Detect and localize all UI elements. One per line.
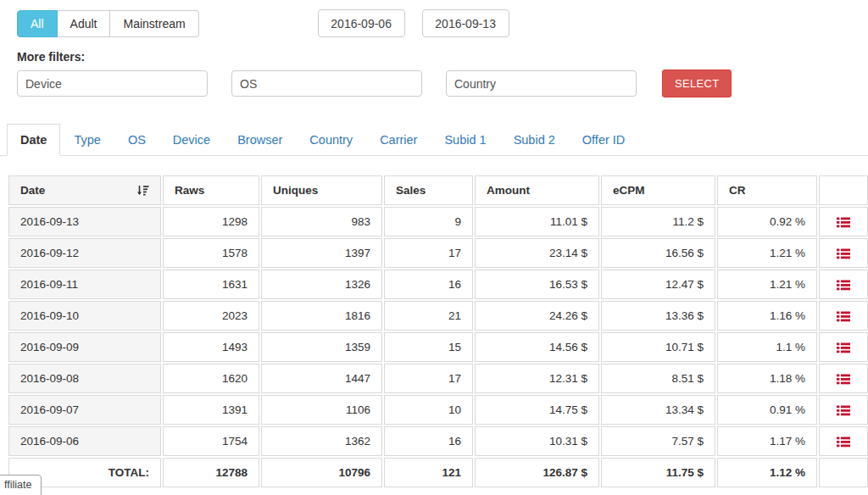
row-details-button[interactable]	[819, 395, 868, 425]
row-value-cell: 1620	[163, 364, 259, 393]
total-value-cell: 121	[384, 458, 473, 487]
row-date-cell: 2016-09-06	[8, 426, 161, 456]
row-value-cell: 1578	[163, 238, 259, 268]
details-list-icon[interactable]	[837, 278, 850, 291]
row-value-cell: 11.2 $	[601, 207, 715, 236]
row-date-cell: 2016-09-10	[8, 301, 161, 331]
column-header-amount[interactable]: Amount	[475, 175, 599, 205]
table-header-row: Date RawsUniquesSalesAmounteCPMCR	[8, 175, 868, 205]
tab-offer-id[interactable]: Offer ID	[569, 124, 639, 156]
row-details-button[interactable]	[819, 364, 868, 393]
table-row: 2016-09-08162014471712.31 $8.51 $1.18 %	[8, 364, 868, 393]
row-value-cell: 14.56 $	[475, 332, 599, 362]
sort-descending-icon[interactable]	[136, 185, 149, 197]
row-value-cell: 24.26 $	[475, 301, 599, 331]
details-list-icon[interactable]	[837, 309, 850, 322]
row-value-cell: 0.92 %	[717, 207, 817, 236]
row-date-cell: 2016-09-11	[8, 270, 161, 299]
row-date-cell: 2016-09-07	[8, 395, 161, 425]
table-row: 2016-09-11163113261616.53 $12.47 $1.21 %	[8, 270, 868, 299]
row-value-cell: 9	[384, 207, 473, 236]
row-value-cell: 0.91 %	[717, 395, 817, 425]
date-to-input[interactable]	[422, 9, 509, 37]
total-actions-cell	[819, 458, 868, 487]
details-list-icon[interactable]	[837, 372, 850, 385]
total-value-cell: 10796	[261, 458, 382, 487]
tab-device[interactable]: Device	[159, 124, 224, 156]
tab-date[interactable]: Date	[7, 124, 60, 156]
row-details-button[interactable]	[819, 270, 868, 299]
row-value-cell: 23.14 $	[475, 238, 599, 268]
table-row: 2016-09-09149313591514.56 $10.71 $1.1 %	[8, 332, 868, 362]
details-list-icon[interactable]	[837, 215, 850, 228]
column-header-ecpm[interactable]: eCPM	[601, 175, 715, 205]
row-value-cell: 1359	[261, 332, 382, 362]
row-value-cell: 1816	[261, 301, 382, 331]
details-list-icon[interactable]	[837, 341, 850, 353]
row-details-button[interactable]	[819, 238, 868, 268]
column-header-actions	[819, 175, 868, 205]
row-value-cell: 16.56 $	[601, 238, 715, 268]
total-value-cell: 12788	[163, 458, 259, 487]
table-row: 2016-09-07139111061014.75 $13.34 $0.91 %	[8, 395, 868, 425]
row-value-cell: 2023	[163, 301, 259, 331]
device-filter-input[interactable]	[17, 70, 208, 97]
row-value-cell: 1397	[261, 238, 382, 268]
row-date-cell: 2016-09-08	[8, 364, 161, 393]
stats-table: Date RawsUniquesSalesAmounteCPMCR	[7, 174, 868, 489]
table-row: 2016-09-10202318162124.26 $13.36 $1.16 %	[8, 301, 868, 331]
row-value-cell: 1.21 %	[717, 238, 817, 268]
tab-carrier[interactable]: Carrier	[366, 124, 431, 156]
row-details-button[interactable]	[819, 301, 868, 331]
total-value-cell: 11.75 $	[601, 458, 715, 487]
tab-country[interactable]: Country	[296, 124, 366, 156]
select-button[interactable]: SELECT	[662, 70, 732, 97]
column-header-sales[interactable]: Sales	[384, 175, 473, 205]
row-value-cell: 1326	[261, 270, 382, 299]
segment-button-adult[interactable]: Adult	[58, 10, 111, 37]
details-list-icon[interactable]	[837, 403, 850, 416]
row-value-cell: 1.17 %	[717, 426, 817, 456]
column-header-cr[interactable]: CR	[717, 175, 817, 205]
date-from-input[interactable]	[318, 9, 405, 37]
os-filter-input[interactable]	[231, 70, 422, 97]
row-value-cell: 14.75 $	[475, 395, 599, 425]
row-value-cell: 13.36 $	[601, 301, 715, 331]
row-value-cell: 1447	[261, 364, 382, 393]
tab-type[interactable]: Type	[60, 124, 114, 156]
row-value-cell: 1.1 %	[717, 332, 817, 362]
segment-button-all[interactable]: All	[17, 10, 58, 37]
row-value-cell: 11.01 $	[475, 207, 599, 236]
row-value-cell: 1.21 %	[717, 270, 817, 299]
row-details-button[interactable]	[819, 332, 868, 362]
row-value-cell: 1.16 %	[717, 301, 817, 331]
column-header-date[interactable]: Date	[8, 175, 161, 205]
row-value-cell: 983	[261, 207, 382, 236]
row-value-cell: 15	[384, 332, 473, 362]
tab-subid-1[interactable]: Subid 1	[431, 124, 499, 156]
details-list-icon[interactable]	[837, 435, 850, 448]
tab-browser[interactable]: Browser	[224, 124, 296, 156]
tab-os[interactable]: OS	[114, 124, 159, 156]
row-details-button[interactable]	[819, 207, 868, 236]
table-body: 2016-09-131298983911.01 $11.2 $0.92 % 20…	[8, 207, 868, 487]
row-details-button[interactable]	[819, 426, 868, 456]
total-value-cell: 1.12 %	[717, 458, 817, 487]
row-value-cell: 10.31 $	[475, 426, 599, 456]
total-value-cell: 126.87 $	[475, 458, 599, 487]
row-value-cell: 17	[384, 238, 473, 268]
country-filter-input[interactable]	[446, 70, 637, 97]
column-header-uniques[interactable]: Uniques	[261, 175, 382, 205]
tab-subid-2[interactable]: Subid 2	[500, 124, 569, 156]
report-tabs: DateTypeOSDeviceBrowserCountryCarrierSub…	[0, 124, 868, 156]
row-date-cell: 2016-09-12	[8, 238, 161, 268]
row-value-cell: 10	[384, 395, 473, 425]
column-header-raws[interactable]: Raws	[163, 175, 259, 205]
row-value-cell: 12.31 $	[475, 364, 599, 393]
table-total-row: TOTAL:1278810796121126.87 $11.75 $1.12 %	[8, 458, 868, 487]
row-value-cell: 1631	[163, 270, 259, 299]
segment-button-mainstream[interactable]: Mainstream	[110, 10, 198, 37]
row-value-cell: 8.51 $	[601, 364, 715, 393]
row-value-cell: 7.57 $	[601, 426, 715, 456]
details-list-icon[interactable]	[837, 247, 850, 259]
